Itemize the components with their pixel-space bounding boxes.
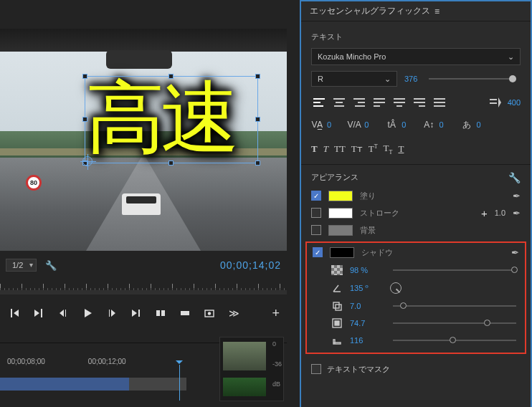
resize-handle[interactable] (82, 74, 87, 79)
underline-button[interactable]: T (398, 143, 404, 155)
shadow-opacity-row: 98 % (313, 265, 519, 275)
align-left-button[interactable] (311, 95, 327, 110)
mark-out-button[interactable] (32, 306, 46, 320)
settings-wrench-icon[interactable]: 🔧 (45, 260, 57, 271)
tracking-metric[interactable]: V/A 0 (348, 120, 369, 130)
stroke-checkbox[interactable] (311, 208, 321, 218)
fill-checkbox[interactable] (311, 191, 321, 201)
overwrite-button[interactable] (178, 306, 192, 320)
audio-waveform (223, 378, 266, 396)
add-stroke-icon[interactable]: + (481, 207, 488, 219)
shadow-swatch[interactable] (330, 247, 354, 258)
font-size-value[interactable]: 376 (404, 75, 417, 83)
resize-handle[interactable] (168, 74, 174, 79)
go-to-out-button[interactable] (129, 306, 143, 320)
allcaps-button[interactable]: TT (334, 143, 346, 155)
tsume-value[interactable]: 0 (477, 120, 481, 129)
zoom-select[interactable]: 1/2 (6, 259, 37, 272)
leading-metric[interactable]: A↕ 0 (423, 120, 443, 130)
anchor-point-icon[interactable] (82, 156, 92, 166)
stroke-swatch[interactable] (328, 208, 353, 219)
insert-button[interactable] (153, 306, 168, 320)
distance-icon (331, 301, 343, 311)
font-family-select[interactable]: Kozuka Mincho Pro ⌄ (311, 48, 521, 65)
baseline-value[interactable]: 0 (402, 120, 406, 129)
angle-dial[interactable] (390, 282, 402, 294)
step-back-button[interactable] (56, 306, 70, 320)
more-button[interactable]: ≫ (227, 306, 241, 320)
align-center-button[interactable] (331, 95, 347, 110)
baseline-metric[interactable]: tÂ 0 (386, 120, 406, 130)
justify-last-left-button[interactable] (371, 95, 387, 110)
leading-value[interactable]: 0 (439, 120, 443, 129)
export-frame-button[interactable] (202, 306, 217, 320)
shadow-opacity-value[interactable]: 98 % (350, 266, 383, 274)
appearance-header: アピアランス 🔧 (301, 168, 531, 188)
shadow-distance-slider[interactable] (393, 305, 516, 307)
stroke-row: ストローク + 1.0 ✒ (301, 204, 531, 222)
scrub-bar[interactable] (0, 290, 287, 295)
resize-handle[interactable] (255, 161, 260, 166)
shadow-distance-row: 7.0 (313, 301, 519, 311)
timecode-display[interactable]: 00;00;14;02 (220, 259, 281, 271)
indent-icon[interactable] (488, 95, 503, 110)
shadow-blur-value[interactable]: 116 (350, 336, 383, 345)
shadow-opacity-slider[interactable] (393, 269, 516, 271)
indent-value[interactable]: 400 (508, 98, 521, 107)
panel-menu-icon[interactable]: ≡ (434, 6, 440, 16)
shadow-size-value[interactable]: 74.7 (350, 319, 383, 327)
play-button[interactable] (80, 306, 95, 320)
shadow-blur-slider[interactable] (393, 340, 516, 341)
tsume-metric[interactable]: あ 0 (461, 120, 481, 130)
text-section-label: テキスト (311, 32, 521, 42)
smallcaps-button[interactable]: Tᴛ (351, 143, 363, 155)
timeline-time-labels: 00;00;08;00 00;00;12;00 (0, 358, 126, 365)
font-size-slider[interactable] (429, 78, 516, 80)
step-fwd-button[interactable] (105, 306, 119, 320)
playhead-icon[interactable] (179, 365, 180, 401)
background-checkbox[interactable] (311, 225, 321, 235)
svg-rect-5 (333, 302, 339, 308)
resize-handle[interactable] (255, 117, 260, 122)
eyedropper-icon[interactable]: ✒ (513, 208, 521, 219)
subscript-button[interactable]: TT (384, 143, 393, 155)
shadow-blur-row: 116 (313, 335, 519, 345)
eyedropper-icon[interactable]: ✒ (513, 191, 521, 201)
resize-handle[interactable] (255, 74, 260, 79)
justify-last-center-button[interactable] (391, 95, 407, 110)
background-swatch[interactable] (328, 225, 353, 236)
shadow-size-slider[interactable] (393, 322, 516, 324)
text-selection-box[interactable] (85, 76, 258, 163)
program-monitor[interactable]: 80 高速 (0, 29, 287, 251)
stroke-width-value[interactable]: 1.0 (495, 209, 505, 217)
italic-button[interactable]: T (323, 143, 328, 155)
mask-checkbox[interactable] (311, 364, 321, 374)
appearance-settings-icon[interactable]: 🔧 (508, 172, 521, 183)
justify-last-right-button[interactable] (412, 95, 427, 110)
program-monitor-pane: 80 高速 1/2 🔧 00;00;14;02 (0, 0, 300, 407)
audio-scale: 0 -36 dB (272, 340, 282, 388)
fill-label: 塗り (360, 191, 376, 201)
panel-title-bar[interactable]: エッセンシャルグラフィックス ≡ (301, 1, 531, 21)
shadow-checkbox[interactable] (313, 247, 323, 257)
kerning-metric[interactable]: VA̲ 0 (311, 120, 331, 130)
essential-graphics-panel: エッセンシャルグラフィックス ≡ テキスト Kozuka Mincho Pro … (300, 0, 532, 407)
eyedropper-icon[interactable]: ✒ (511, 247, 519, 258)
fill-swatch[interactable] (328, 191, 353, 201)
timeline-clip[interactable] (0, 378, 129, 391)
timeline-label: 00;00;08;00 (7, 358, 45, 365)
kerning-value[interactable]: 0 (327, 120, 331, 129)
font-weight-select[interactable]: R ⌄ (311, 71, 397, 87)
superscript-button[interactable]: TT (369, 143, 378, 155)
bold-button[interactable]: T (311, 143, 318, 155)
resize-handle[interactable] (82, 117, 87, 122)
justify-all-button[interactable] (432, 95, 447, 110)
button-editor-plus-icon[interactable]: + (272, 306, 280, 321)
mark-in-button[interactable] (7, 306, 22, 320)
shadow-distance-value[interactable]: 7.0 (350, 302, 383, 310)
shadow-angle-value[interactable]: 135 º (350, 284, 383, 292)
align-right-button[interactable] (351, 95, 367, 110)
tracking-value[interactable]: 0 (364, 120, 369, 129)
size-icon (331, 318, 343, 328)
resize-handle[interactable] (168, 161, 174, 166)
